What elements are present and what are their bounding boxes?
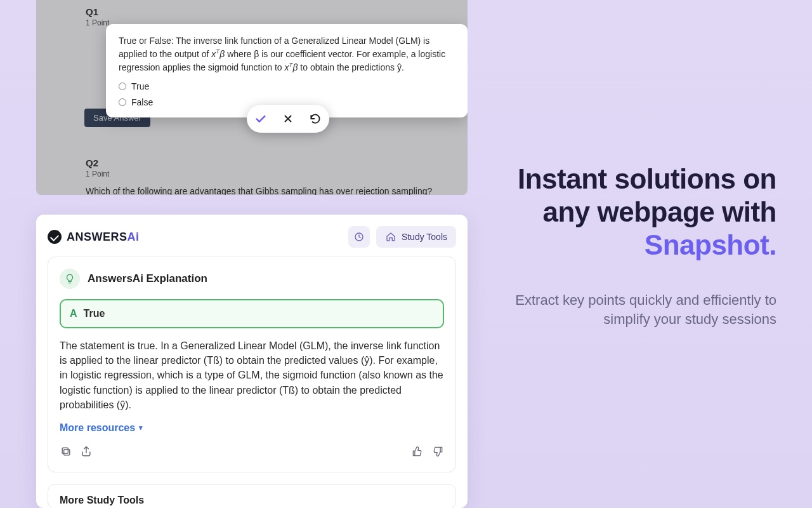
explanation-title: AnswersAi Explanation: [88, 272, 207, 285]
close-icon: [282, 113, 294, 124]
check-icon: [254, 112, 268, 126]
more-resources-link[interactable]: More resources ▾: [60, 422, 444, 434]
hero-line2: any webpage with: [542, 196, 776, 227]
checkbadge-icon: [48, 230, 62, 244]
history-button[interactable]: [348, 226, 370, 248]
answer-text: True: [84, 308, 105, 319]
q2-number: Q2: [86, 157, 452, 168]
q1-number: Q1: [86, 6, 452, 17]
more-study-tools-label: More Study Tools: [60, 495, 144, 505]
thumbs-up-button[interactable]: [411, 445, 424, 460]
quiz-screenshot: Q1 1 Point Save Answer Q2 1 Point Which …: [36, 0, 468, 195]
q1-card: True or False: The inverse link function…: [106, 24, 468, 117]
study-tools-button[interactable]: Study Tools: [376, 226, 456, 248]
thumbs-down-icon: [431, 445, 444, 458]
brand-logo: ANSWERSAi: [48, 230, 140, 244]
chevron-down-icon: ▾: [139, 424, 143, 432]
brand-b: Ai: [128, 231, 140, 243]
copy-button[interactable]: [60, 445, 72, 460]
q1-stem-c: to obtain the predictions ŷ.: [298, 62, 403, 72]
copy-icon: [60, 445, 72, 458]
more-resources-label: More resources: [60, 422, 135, 434]
hero: Instant solutions on any webpage with Sn…: [504, 163, 776, 329]
home-icon: [385, 231, 396, 243]
q2-text: Which of the following are advantages th…: [86, 186, 452, 195]
answers-panel: ANSWERSAi Study Tools AnswersAi Explanat…: [36, 215, 468, 508]
refresh-icon: [309, 112, 322, 125]
more-study-tools-card[interactable]: More Study Tools: [48, 484, 456, 508]
hero-line1: Instant solutions on: [518, 163, 776, 194]
option-false-label: False: [131, 96, 153, 109]
radio-icon: [119, 83, 126, 90]
share-icon: [80, 445, 93, 458]
q2-points: 1 Point: [86, 170, 452, 178]
study-tools-label: Study Tools: [402, 232, 447, 242]
thumbs-down-button[interactable]: [431, 445, 444, 460]
clock-icon: [353, 231, 365, 243]
action-pill: [247, 105, 329, 133]
brand-a: ANSWERS: [67, 231, 128, 243]
svg-rect-1: [64, 450, 70, 455]
lightbulb-badge: [60, 269, 80, 289]
explanation-body: The statement is true. In a Generalized …: [60, 338, 444, 412]
answer-letter: A: [70, 308, 77, 319]
retry-button[interactable]: [308, 111, 323, 126]
hero-sub: Extract key points quickly and efficient…: [504, 291, 776, 329]
hero-line3: Snapshot.: [645, 229, 776, 260]
explanation-card: AnswersAi Explanation A True The stateme…: [48, 257, 456, 472]
cancel-button[interactable]: [280, 111, 296, 126]
thumbs-up-icon: [411, 445, 424, 458]
svg-rect-2: [62, 448, 68, 453]
option-true[interactable]: True: [119, 80, 455, 93]
lightbulb-icon: [64, 273, 75, 284]
option-true-label: True: [131, 80, 149, 93]
hero-heading: Instant solutions on any webpage with Sn…: [504, 163, 776, 262]
answer-pill: A True: [60, 299, 444, 328]
confirm-button[interactable]: [253, 111, 268, 126]
radio-icon: [119, 98, 126, 106]
share-button[interactable]: [80, 445, 93, 460]
